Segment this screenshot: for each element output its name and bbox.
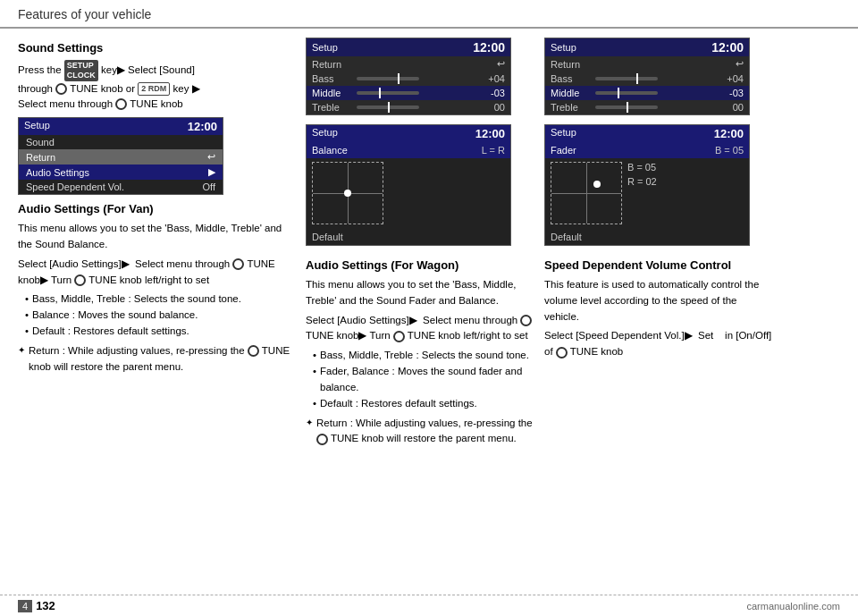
left-column: Sound Settings Press the SETUPCLOCK key▶… [18,38,295,449]
speed-dependent-section: Speed Dependent Volume Control This feat… [544,258,772,360]
audio-wagon-para2: Select [Audio Settings]▶ Select menu thr… [306,313,534,345]
audio-wagon-para1: This menu allows you to set the 'Bass, M… [306,277,534,309]
bass-screen-1-header: Setup 12:00 [307,38,510,56]
audio-wagon-title: Audio Settings (For Wagon) [306,258,534,272]
bullet-wagon-2: Fader, Balance : Moves the sound fader a… [313,364,534,396]
bullet-wagon-3: Default : Restores default settings. [313,396,534,412]
tune-knob-wagon-3 [316,434,328,445]
footer-numbering: 4 132 [18,599,55,612]
footer-logo: carmanualonline.com [746,601,840,612]
sound-settings-instruction: Press the SETUPCLOCK key▶ Select [Sound]… [18,60,295,112]
footer-tab: 4 [18,600,32,612]
sound-settings-title: Sound Settings [18,41,295,55]
menu-item-speed-vol: Speed Dependent Vol. Off [19,180,223,194]
balance-body: + [307,158,510,228]
tune-knob-van-2 [74,274,86,286]
setup-clock-badge: SETUPCLOCK [64,60,98,81]
audio-settings-van-title: Audio Settings (For Van) [18,202,295,215]
fader-header: Setup 12:00 [545,125,749,142]
middle-screens: Setup 12:00 Return ↩ Bass +04 Middle [306,38,534,251]
audio-settings-wagon-section: Audio Settings (For Wagon) This menu all… [306,258,534,447]
middle-row-2: Middle -03 [545,86,749,100]
menu-item-return: Return ↩ [19,149,223,165]
treble-row-2: Treble 00 [545,100,749,114]
tune-knob-2 [115,98,127,110]
bass-row-2: Bass +04 [545,72,749,86]
middle-column: Setup 12:00 Return ↩ Bass +04 Middle [306,38,534,449]
tune-knob-van-3 [248,345,259,357]
page-title: Features of your vehicle [18,7,151,21]
fader-body: + B = 05 R = 02 [545,158,749,228]
balance-header: Setup 12:00 [307,125,510,142]
treble-row-1: Treble 00 [307,100,510,114]
tune-text-2: TUNE knob [130,98,182,109]
page-footer: 4 132 carmanualonline.com [0,595,858,616]
main-content: Sound Settings Press the SETUPCLOCK key▶… [0,29,858,449]
page-header: Features of your vehicle [0,0,858,29]
fader-grid: + [551,162,622,224]
right-screens: Setup 12:00 Return ↩ Bass +04 Middle [544,38,772,251]
setup-screen-header: Setup 12:00 [19,118,223,135]
middle-row-1: Middle -03 [307,86,510,100]
bass-screen-2: Setup 12:00 Return ↩ Bass +04 Middle [544,38,750,115]
bullet-van-3: Default : Restores default settings. [25,324,295,340]
tune-knob-speed [556,347,568,359]
bullet-wagon-1: Bass, Middle, Treble : Selects the sound… [313,348,534,364]
tune-text-1: TUNE knob or [70,83,138,94]
setup-label: Setup [24,120,50,133]
dagger-van: Return : While adjusting values, re-pres… [18,343,295,376]
tune-knob-wagon-2 [393,331,405,342]
balance-screen-1: Setup 12:00 Balance L = R + Defau [306,124,511,246]
audio-van-bullets: Bass, Middle, Treble : Selects the sound… [25,291,295,339]
tune-knob-van-1 [232,258,244,270]
setup-screen-menu: Setup 12:00 Sound Return ↩ Audio Setting… [18,117,223,195]
bullet-van-1: Bass, Middle, Treble : Selects the sound… [25,291,295,308]
audio-van-para1: This menu allows you to set the 'Bass, M… [18,221,295,253]
bass-return-row-2: Return ↩ [545,56,749,72]
fader-screen: Setup 12:00 Fader B = 05 + B = 05 [544,124,750,246]
speed-dependent-para1: This feature is used to automatically co… [544,277,772,325]
bullet-van-2: Balance : Moves the sound balance. [25,308,295,324]
audio-settings-van-section: Audio Settings (For Van) This menu allow… [18,202,295,375]
speed-dependent-title: Speed Dependent Volume Control [544,258,772,272]
2rdm-badge: 2 RDM [138,82,170,96]
press-text: Press the [18,64,64,75]
bass-screen-2-header: Setup 12:00 [545,38,749,56]
tune-knob-1 [55,83,67,95]
audio-wagon-bullets: Bass, Middle, Treble : Selects the sound… [313,348,534,411]
menu-item-audio-settings: Audio Settings ▶ [19,165,223,180]
tune-knob-wagon-1 [520,315,532,326]
dagger-wagon: Return : While adjusting values, re-pres… [306,416,534,448]
bass-return-row: Return ↩ [307,56,510,72]
right-column: Setup 12:00 Return ↩ Bass +04 Middle [544,38,772,449]
menu-item-sound: Sound [19,135,223,149]
speed-dependent-para2: Select [Speed Dependent Vol.]▶ Set in [O… [544,328,772,360]
bass-screen-1: Setup 12:00 Return ↩ Bass +04 Middle [306,38,511,115]
balance-grid: + [312,162,383,224]
setup-time: 12:00 [188,120,217,133]
footer-page: 132 [36,599,55,612]
audio-van-para2: Select [Audio Settings]▶ Select menu thr… [18,257,295,289]
bass-row-1: Bass +04 [307,72,510,86]
